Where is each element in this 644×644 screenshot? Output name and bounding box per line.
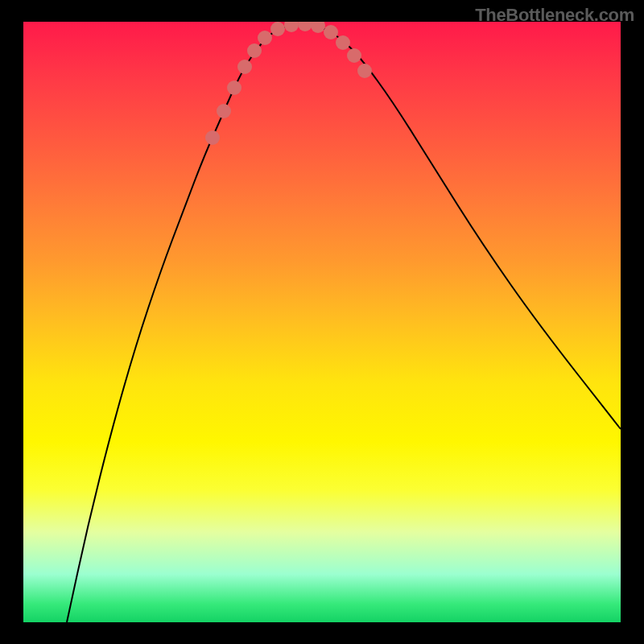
watermark-text: TheBottleneck.com xyxy=(475,5,634,26)
gradient-plot-area xyxy=(23,22,621,622)
